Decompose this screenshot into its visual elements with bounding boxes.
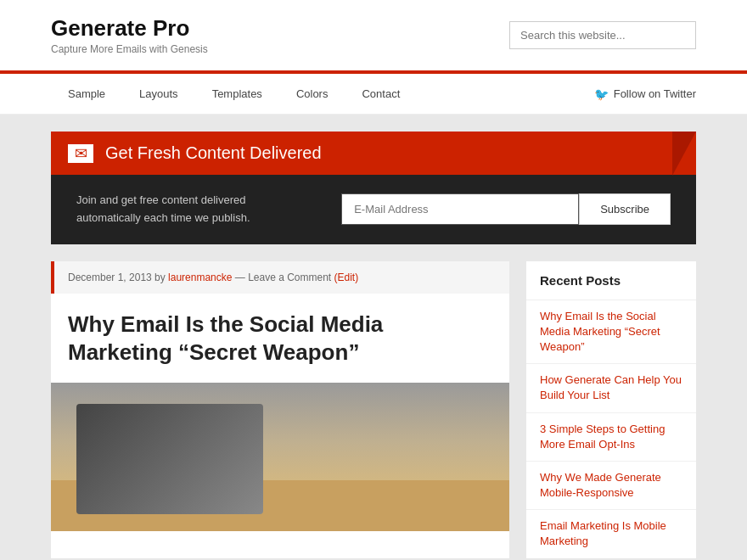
article-title: Why Email Is the Social Media Marketing … <box>68 311 492 368</box>
nav-item-colors[interactable]: Colors <box>279 74 345 114</box>
email-input[interactable] <box>341 193 579 225</box>
recent-post-4[interactable]: Email Marketing Is Mobile Marketing <box>526 510 696 557</box>
nav-item-layouts[interactable]: Layouts <box>122 74 195 114</box>
site-branding: Generate Pro Capture More Emails with Ge… <box>51 15 208 55</box>
envelope-icon <box>68 144 93 163</box>
recent-post-0[interactable]: Why Email Is the Social Media Marketing … <box>526 300 696 365</box>
article-meta-action: — Leave a Comment <box>235 272 331 283</box>
nav-item-contact[interactable]: Contact <box>345 74 417 114</box>
search-input[interactable] <box>509 21 696 49</box>
article-edit-link[interactable]: (Edit) <box>334 272 359 283</box>
article-container: December 1, 2013 by laurenmancke — Leave… <box>51 261 509 558</box>
recent-post-3[interactable]: Why We Made Generate Mobile-Responsive <box>526 462 696 510</box>
nav-bar: Sample Layouts Templates Colors Contact … <box>0 74 747 115</box>
cta-banner: Get Fresh Content Delivered Join and get… <box>51 132 696 244</box>
cta-title: Get Fresh Content Delivered <box>105 143 322 163</box>
cta-bottom: Join and get free content delivered auto… <box>51 175 696 244</box>
recent-post-1[interactable]: How Generate Can Help You Build Your Lis… <box>526 364 696 412</box>
recent-post-2[interactable]: 3 Simple Steps to Getting More Email Opt… <box>526 413 696 462</box>
nav-item-templates[interactable]: Templates <box>195 74 279 114</box>
cta-form: Subscribe <box>280 193 671 225</box>
nav-left: Sample Layouts Templates Colors Contact <box>51 74 417 114</box>
site-header: Generate Pro Capture More Emails with Ge… <box>0 0 747 70</box>
follow-twitter-label: Follow on Twitter <box>614 87 696 100</box>
article-body: Why Email Is the Social Media Marketing … <box>51 294 509 368</box>
article-image <box>51 383 509 531</box>
article-date: December 1, 2013 by <box>68 272 166 283</box>
subscribe-button[interactable]: Subscribe <box>579 193 671 225</box>
site-title: Generate Pro <box>51 15 208 42</box>
nav-item-sample[interactable]: Sample <box>51 74 122 114</box>
site-tagline: Capture More Emails with Genesis <box>51 43 208 55</box>
recent-posts-widget: Recent Posts Why Email Is the Social Med… <box>526 261 696 558</box>
cta-body-text: Join and get free content delivered auto… <box>76 192 263 227</box>
cta-top-bar: Get Fresh Content Delivered <box>51 132 696 175</box>
nav-follow-twitter[interactable]: 🐦 Follow on Twitter <box>594 87 696 101</box>
twitter-icon: 🐦 <box>594 87 609 101</box>
article-author-link[interactable]: laurenmancke <box>168 272 232 283</box>
main-layout: December 1, 2013 by laurenmancke — Leave… <box>51 261 696 558</box>
recent-posts-title: Recent Posts <box>526 261 696 300</box>
sidebar: Recent Posts Why Email Is the Social Med… <box>526 261 696 558</box>
article-meta: December 1, 2013 by laurenmancke — Leave… <box>51 261 509 294</box>
